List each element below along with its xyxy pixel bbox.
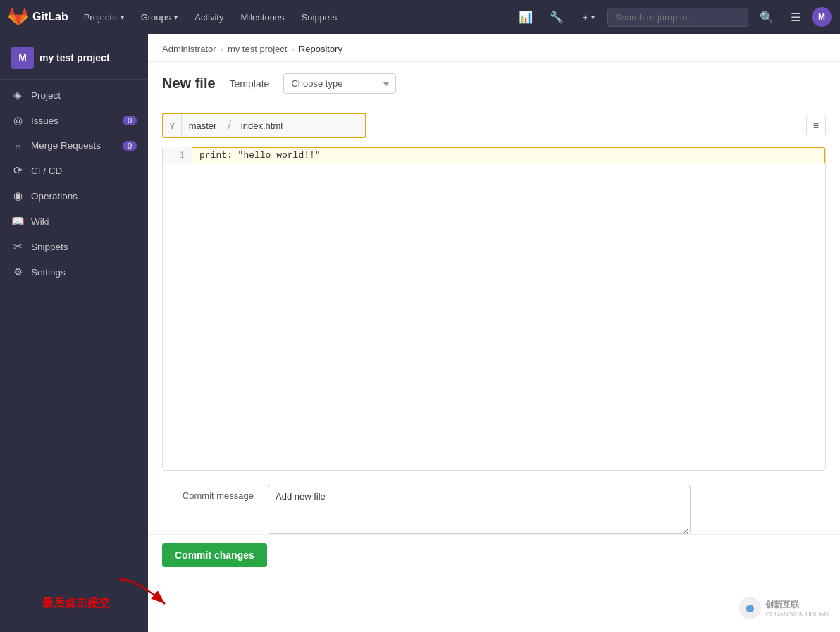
topnav-right: 📊 🔧 + ▾ 🔍 ☰ M xyxy=(513,6,832,28)
sidebar-item-cicd[interactable]: ⟳ CI / CD xyxy=(0,158,148,183)
page-title: New file xyxy=(162,75,216,92)
code-content-1[interactable]: print: "hello world!!" xyxy=(191,147,825,163)
project-name[interactable]: my test project xyxy=(39,52,110,63)
sidebar-item-wiki[interactable]: 📖 Wiki xyxy=(0,209,148,234)
branch-input-wrap: Y master / xyxy=(162,113,366,138)
breadcrumb-current: Repository xyxy=(299,44,342,54)
operations-icon: ◉ xyxy=(11,190,24,202)
editor-empty-space[interactable] xyxy=(163,163,825,445)
template-select[interactable]: Choose type HTML Ruby Python xyxy=(283,73,396,94)
wrench-icon[interactable]: 🔧 xyxy=(544,6,569,28)
main-layout: M my test project ◈ Project ◎ Issues 0 ⑃… xyxy=(0,34,840,632)
commit-message-input[interactable]: Add new file xyxy=(268,485,691,534)
slash-separator: / xyxy=(223,114,235,137)
wiki-icon: 📖 xyxy=(11,215,24,228)
snippets-icon: ✂ xyxy=(11,240,24,253)
topnav: GitLab Projects ▾ Groups ▾ Activity Mile… xyxy=(0,0,840,34)
commit-row: Commit message Add new file xyxy=(162,485,826,534)
code-line-1[interactable]: 1 print: "hello world!!" xyxy=(163,147,825,163)
sidebar-item-settings[interactable]: ⚙ Settings xyxy=(0,259,148,285)
breadcrumb-sep-2: › xyxy=(291,44,294,54)
groups-chevron: ▾ xyxy=(174,13,178,21)
template-label: Template xyxy=(230,78,270,89)
issues-badge: 0 xyxy=(123,116,137,125)
breadcrumb-project[interactable]: my test project xyxy=(228,44,288,54)
add-chevron: ▾ xyxy=(591,13,595,21)
merge-requests-icon: ⑃ xyxy=(11,140,24,151)
nav-milestones[interactable]: Milestones xyxy=(233,8,291,27)
breadcrumb-sep-1: › xyxy=(221,44,223,54)
issues-icon: ◎ xyxy=(11,114,24,127)
sidebar-item-operations[interactable]: ◉ Operations xyxy=(0,183,148,209)
commit-changes-button[interactable]: Commit changes xyxy=(162,543,267,567)
commit-message-label: Commit message xyxy=(162,485,254,501)
user-avatar[interactable]: M xyxy=(812,7,832,27)
file-bar: Y master / ≡ xyxy=(148,104,840,147)
sidebar-item-merge-requests[interactable]: ⑃ Merge Requests 0 xyxy=(0,133,148,158)
plus-icon: + xyxy=(582,12,588,23)
branch-icon: Y xyxy=(163,114,182,137)
bottom-bar: Commit changes xyxy=(148,534,840,578)
nav-projects[interactable]: Projects ▾ xyxy=(77,8,131,27)
merge-requests-badge: 0 xyxy=(123,141,137,151)
content-area: Administrator › my test project › Reposi… xyxy=(148,34,840,632)
nav-snippets[interactable]: Snippets xyxy=(295,8,345,27)
sidebar-item-project[interactable]: ◈ Project xyxy=(0,82,148,108)
gitlab-logo[interactable]: GitLab xyxy=(8,7,68,27)
add-button[interactable]: + ▾ xyxy=(575,8,602,27)
sidebar-item-issues[interactable]: ◎ Issues 0 xyxy=(0,108,148,133)
nav-activity[interactable]: Activity xyxy=(187,8,230,27)
line-number-1: 1 xyxy=(163,147,191,163)
commit-section: Commit message Add new file xyxy=(148,471,840,534)
sidebar-toggle-icon[interactable]: ☰ xyxy=(785,6,806,28)
bar-chart-icon[interactable]: 📊 xyxy=(513,6,538,28)
search-icon[interactable]: 🔍 xyxy=(754,6,779,28)
nav-groups[interactable]: Groups ▾ xyxy=(134,8,185,27)
settings-icon: ⚙ xyxy=(11,266,24,278)
page-header: New file Template Choose type HTML Ruby … xyxy=(148,62,840,104)
editor-toolbar: ≡ xyxy=(806,116,826,135)
project-avatar: M xyxy=(11,47,34,69)
editor-body[interactable]: 1 print: "hello world!!" xyxy=(163,147,825,445)
projects-chevron: ▾ xyxy=(121,13,124,21)
branch-name: master xyxy=(182,114,224,137)
filename-input[interactable] xyxy=(235,114,365,137)
cicd-icon: ⟳ xyxy=(11,164,24,177)
editor-mode-button[interactable]: ≡ xyxy=(806,116,826,135)
gitlab-wordmark: GitLab xyxy=(32,11,68,23)
sidebar: M my test project ◈ Project ◎ Issues 0 ⑃… xyxy=(0,34,148,632)
project-icon: ◈ xyxy=(11,89,24,101)
sidebar-item-snippets[interactable]: ✂ Snippets xyxy=(0,234,148,259)
breadcrumb: Administrator › my test project › Reposi… xyxy=(148,34,840,62)
sidebar-project: M my test project xyxy=(0,39,148,80)
editor-area[interactable]: 1 print: "hello world!!" xyxy=(162,147,826,471)
breadcrumb-admin[interactable]: Administrator xyxy=(162,44,216,54)
search-input[interactable] xyxy=(607,8,748,27)
